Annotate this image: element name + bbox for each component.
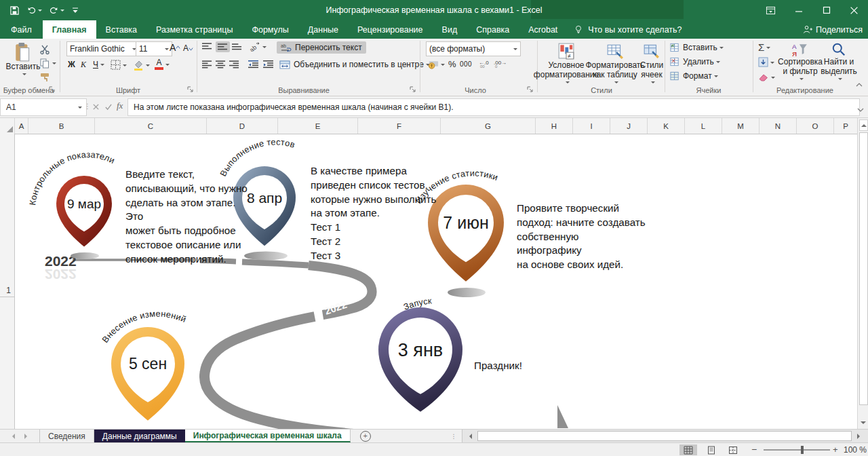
tab-page-layout[interactable]: Разметка страницы — [146, 20, 242, 39]
column-header-c[interactable]: C — [95, 118, 207, 134]
align-top-button[interactable] — [202, 43, 212, 51]
column-header-l[interactable]: L — [685, 118, 722, 134]
column-header-e[interactable]: E — [278, 118, 358, 134]
align-center-button[interactable] — [216, 60, 226, 69]
alignment-dialog-launcher[interactable] — [410, 86, 418, 94]
increase-decimal-button[interactable]: ←.000 — [479, 60, 491, 68]
zoom-level[interactable]: 100 % — [844, 445, 867, 455]
sheet-tab-infographic-active[interactable]: Инфографическая временная шкала — [185, 430, 351, 442]
milestone-pin-sep[interactable]: 5 сен — [111, 327, 184, 421]
select-all-button[interactable] — [0, 118, 15, 134]
paste-button[interactable]: Вставить — [5, 42, 41, 76]
decrease-font-button[interactable]: A — [183, 43, 193, 53]
column-header-j[interactable]: J — [610, 118, 648, 134]
hscroll-right-arrow-icon[interactable] — [857, 434, 863, 439]
sheet-tab-svedeniya[interactable]: Сведения — [40, 430, 94, 442]
cell-styles-button[interactable]: Стили ячеек — [640, 42, 663, 84]
column-header-p[interactable]: P — [834, 118, 857, 134]
view-page-break-button[interactable] — [724, 444, 742, 455]
sheet-nav-right-arrow[interactable] — [24, 434, 30, 439]
sheet-nav-left-arrow[interactable] — [9, 434, 15, 439]
horizontal-scroll-thumb[interactable] — [477, 431, 852, 441]
close-button[interactable] — [840, 0, 868, 20]
column-header-d[interactable]: D — [207, 118, 278, 134]
merge-center-button[interactable]: Объединить и поместить в центре — [279, 60, 430, 69]
tab-data[interactable]: Данные — [298, 20, 348, 39]
tell-me-box[interactable]: Что вы хотите сделать? — [567, 20, 688, 39]
tab-file[interactable]: Файл — [0, 20, 43, 39]
autosum-button[interactable]: Σ — [758, 41, 770, 53]
decrease-decimal-button[interactable]: .00→0 — [494, 60, 506, 68]
column-header-m[interactable]: M — [722, 118, 760, 134]
ribbon-display-options-button[interactable] — [757, 0, 785, 20]
find-select-button[interactable]: Найти и выделить — [823, 42, 854, 81]
clipboard-dialog-launcher[interactable] — [49, 86, 57, 94]
bold-button[interactable]: Ж — [68, 60, 75, 69]
font-dialog-launcher[interactable] — [187, 86, 195, 94]
expand-formula-bar-button[interactable] — [857, 103, 864, 115]
vertical-scroll-thumb[interactable] — [859, 132, 868, 405]
wrap-text-button[interactable]: ab Переносить текст — [277, 41, 366, 54]
font-size-combobox[interactable]: 11 — [136, 41, 172, 56]
comma-style-button[interactable]: 000 — [460, 60, 472, 68]
increase-font-button[interactable]: A — [170, 42, 180, 53]
tab-review[interactable]: Рецензирование — [348, 20, 433, 39]
align-right-button[interactable] — [229, 60, 239, 69]
new-sheet-button[interactable]: + — [360, 431, 371, 442]
orientation-button[interactable]: ab — [250, 42, 267, 52]
align-bottom-button[interactable] — [232, 43, 242, 51]
zoom-out-button[interactable]: − — [751, 444, 757, 455]
tab-help[interactable]: Справка — [467, 20, 519, 39]
name-box[interactable]: A1 — [0, 98, 87, 116]
cancel-entry-button[interactable] — [92, 101, 100, 113]
format-as-table-button[interactable]: Форматировать как таблицу — [591, 42, 639, 84]
column-header-n[interactable]: N — [760, 118, 797, 134]
column-header-g[interactable]: G — [441, 118, 536, 134]
column-header-f[interactable]: F — [358, 118, 441, 134]
font-name-combobox[interactable]: Franklin Gothic — [66, 41, 140, 56]
tab-insert[interactable]: Вставка — [96, 20, 146, 39]
row-header-1[interactable]: 1 — [0, 134, 15, 297]
underline-button[interactable]: Ч — [93, 60, 104, 69]
scroll-up-button[interactable] — [859, 119, 868, 131]
tab-acrobat[interactable]: Acrobat — [519, 20, 567, 39]
cut-button[interactable] — [39, 44, 50, 55]
view-normal-button[interactable] — [679, 444, 697, 455]
zoom-slider-thumb[interactable] — [801, 446, 804, 454]
sort-filter-button[interactable]: АЯ Сортировка и фильтр — [778, 42, 822, 81]
clear-button[interactable] — [758, 73, 775, 81]
column-header-a[interactable]: A — [15, 118, 28, 134]
column-header-b[interactable]: B — [28, 118, 95, 134]
tab-home[interactable]: Главная — [43, 20, 96, 39]
tab-view[interactable]: Вид — [433, 20, 467, 39]
number-dialog-launcher[interactable] — [527, 86, 535, 94]
zoom-in-button[interactable]: + — [833, 444, 838, 455]
maximize-button[interactable] — [812, 0, 840, 20]
insert-cells-button[interactable]: Вставить — [670, 43, 724, 52]
column-header-k[interactable]: K — [648, 118, 685, 134]
accounting-format-button[interactable] — [427, 60, 445, 69]
format-painter-button[interactable] — [39, 72, 50, 83]
number-format-combobox[interactable]: (все форматы) — [426, 41, 521, 56]
tab-scroll-splitter[interactable]: ⋮ — [446, 430, 462, 442]
insert-function-button[interactable]: fx — [117, 100, 123, 111]
font-color-button[interactable]: А — [155, 58, 170, 70]
zoom-slider-track[interactable] — [764, 449, 830, 451]
hscroll-left-arrow-icon[interactable] — [467, 434, 472, 439]
vertical-scrollbar[interactable] — [857, 118, 868, 429]
sheet-tab-dannye-diagrammy[interactable]: Данные диаграммы — [94, 430, 185, 442]
column-header-h[interactable]: H — [536, 118, 573, 134]
enter-entry-button[interactable] — [104, 101, 113, 113]
milestone-pin-mar[interactable]: 9 мар — [56, 176, 112, 247]
formula-bar-grip[interactable]: ⋮ — [84, 102, 90, 110]
fill-button[interactable] — [758, 57, 774, 67]
italic-button[interactable]: К — [81, 60, 86, 70]
copy-button[interactable] — [39, 58, 56, 69]
percent-style-button[interactable]: % — [448, 59, 456, 69]
column-header-o[interactable]: O — [797, 118, 834, 134]
borders-button[interactable] — [111, 60, 127, 70]
scroll-down-button[interactable] — [859, 417, 867, 428]
decrease-indent-button[interactable] — [248, 60, 259, 69]
view-page-layout-button[interactable] — [703, 444, 720, 455]
align-middle-button[interactable] — [216, 41, 230, 52]
